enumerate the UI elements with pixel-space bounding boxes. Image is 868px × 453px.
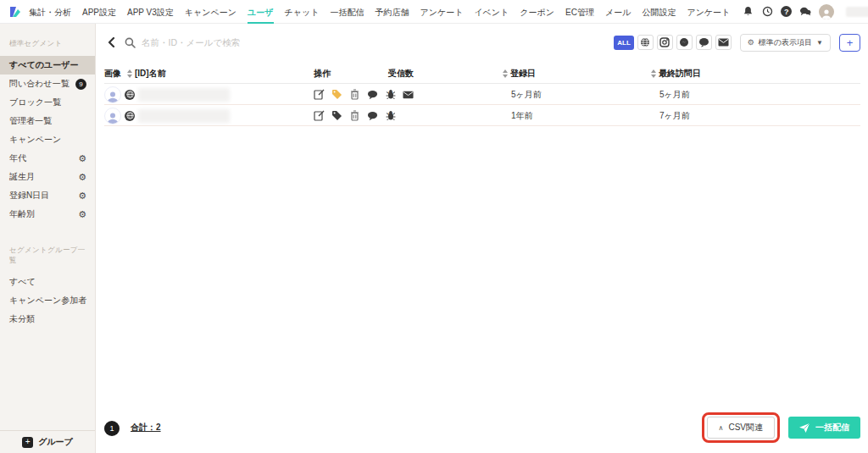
user-avatar[interactable]: [819, 4, 834, 19]
nav-publish-settings[interactable]: 公開設定: [642, 0, 676, 24]
sidebar-item-label: ブロック一覧: [9, 97, 61, 108]
gear-icon[interactable]: ⚙: [78, 153, 86, 164]
edit-icon[interactable]: [314, 89, 325, 100]
display-items-label: 標準の表示項目: [759, 37, 812, 48]
chat-icon[interactable]: [367, 89, 378, 100]
mail-icon[interactable]: [403, 89, 414, 100]
registered-date: 5ヶ月前: [511, 84, 542, 105]
sidebar-item-all-users[interactable]: すべてのユーザー: [0, 56, 95, 75]
main-content: ALL ⚙ 標準の表示項目 ▼ + 画像: [97, 24, 868, 453]
add-group-button[interactable]: + グループ: [0, 430, 95, 453]
sort-icon[interactable]: [503, 69, 508, 78]
top-bar: 集計・分析 APP設定 APP V3設定 キャンペーン ユーザ チャット 一括配…: [0, 0, 868, 24]
edit-icon[interactable]: [314, 110, 325, 121]
line-chat-icon: [698, 37, 709, 47]
nav-bulk-send[interactable]: 一括配信: [330, 0, 364, 24]
app-logo-icon[interactable]: [8, 5, 22, 19]
toolbar: ALL ⚙ 標準の表示項目 ▼ +: [104, 31, 860, 53]
trash-icon[interactable]: [349, 110, 360, 121]
gear-icon[interactable]: ⚙: [78, 172, 86, 183]
sidebar-item-group-uncategorized[interactable]: 未分類: [0, 310, 95, 329]
csv-button-label: CSV関連: [728, 422, 763, 434]
sidebar-item-registered-n-days[interactable]: 登録N日目 ⚙: [0, 186, 95, 205]
add-user-button[interactable]: +: [839, 34, 860, 52]
chat-bubbles-icon[interactable]: [799, 6, 811, 18]
footer-actions: ∧ CSV関連 一括配信: [707, 417, 860, 439]
sort-icon[interactable]: [651, 69, 656, 78]
sidebar-item-label: 登録N日目: [9, 190, 49, 202]
received-count: 0: [388, 105, 393, 126]
nav-app-settings[interactable]: APP設定: [82, 0, 116, 24]
sidebar-item-age-group[interactable]: 年代 ⚙: [0, 149, 95, 168]
sidebar-item-label: 問い合わせ一覧: [9, 78, 70, 90]
nav-mail[interactable]: メール: [605, 0, 631, 24]
top-navigation: 集計・分析 APP設定 APP V3設定 キャンペーン ユーザ チャット 一括配…: [29, 0, 730, 24]
csv-button-wrapper: ∧ CSV関連: [707, 417, 775, 439]
back-chevron-icon[interactable]: [104, 36, 118, 49]
sidebar-item-birth-month[interactable]: 誕生月 ⚙: [0, 168, 95, 186]
nav-analytics[interactable]: 集計・分析: [29, 0, 71, 24]
channel-web-icon: [125, 90, 135, 100]
nav-app-v3-settings[interactable]: APP V3設定: [127, 0, 174, 24]
filter-instagram-button[interactable]: [657, 35, 673, 50]
sidebar-item-label: キャンペーン: [9, 134, 61, 146]
chat-icon[interactable]: [367, 110, 378, 121]
last-visit-date: 7ヶ月前: [659, 105, 690, 126]
table-row[interactable]: 0 5ヶ月前 5ヶ月前: [104, 84, 860, 105]
pagination-page-1[interactable]: 1: [104, 421, 120, 436]
search-input[interactable]: [142, 37, 320, 47]
nav-survey-1[interactable]: アンケート: [420, 0, 463, 24]
sidebar-item-group-all[interactable]: すべて: [0, 273, 95, 291]
top-bar-icons: ?: [742, 4, 868, 19]
sidebar-item-label: すべてのユーザー: [9, 59, 78, 71]
search-box: [125, 37, 320, 48]
total-count-link[interactable]: 合計：2: [131, 422, 161, 434]
sidebar-item-label: 誕生月: [9, 171, 35, 183]
nav-reservation-stores[interactable]: 予約店舗: [375, 0, 409, 24]
avatar: [104, 86, 121, 103]
gear-icon: ⚙: [748, 38, 754, 47]
inquiry-count-badge: 9: [75, 79, 86, 90]
sidebar-item-by-age[interactable]: 年齢別 ⚙: [0, 205, 95, 224]
filter-line-button[interactable]: [696, 35, 712, 50]
col-image: 画像: [104, 68, 121, 80]
chevron-down-icon: ▼: [816, 39, 823, 47]
sidebar-item-label: キャンペーン参加者: [9, 295, 86, 307]
bulk-broadcast-button[interactable]: 一括配信: [788, 417, 860, 439]
toolbar-right: ALL ⚙ 標準の表示項目 ▼ +: [614, 34, 860, 52]
bell-icon[interactable]: [742, 6, 754, 18]
display-items-dropdown[interactable]: ⚙ 標準の表示項目 ▼: [740, 34, 831, 52]
help-icon[interactable]: ?: [781, 6, 792, 17]
sidebar-item-campaign[interactable]: キャンペーン: [0, 130, 95, 149]
sort-icon[interactable]: [127, 69, 132, 78]
nav-survey-2[interactable]: アンケート: [687, 0, 730, 24]
sidebar-item-inquiries[interactable]: 問い合わせ一覧 9: [0, 75, 95, 93]
tag-icon[interactable]: [331, 110, 342, 121]
col-registered: 登録日: [503, 68, 536, 80]
table-header: 画像 [ID]名前 操作 受信数 登録日 最終訪問日: [104, 64, 860, 84]
filter-messenger-button[interactable]: [676, 35, 693, 50]
filter-mail-button[interactable]: [715, 35, 732, 50]
nav-users[interactable]: ユーザ: [248, 0, 273, 24]
sidebar-section-standard-segments: 標準セグメント: [0, 24, 95, 56]
trash-icon[interactable]: [349, 89, 360, 100]
nav-ec-management[interactable]: EC管理: [565, 0, 594, 24]
gear-icon[interactable]: ⚙: [78, 191, 86, 202]
csv-related-button[interactable]: ∧ CSV関連: [707, 417, 775, 439]
tag-icon[interactable]: [331, 89, 342, 100]
last-visit-date: 5ヶ月前: [659, 84, 690, 105]
sidebar-item-group-campaign-participants[interactable]: キャンペーン参加者: [0, 291, 95, 310]
table-row[interactable]: 0 1年前 7ヶ月前: [104, 105, 860, 126]
sidebar-item-blocked[interactable]: ブロック一覧: [0, 93, 95, 112]
filter-all-button[interactable]: ALL: [614, 36, 634, 50]
nav-coupons[interactable]: クーポン: [520, 0, 554, 24]
filter-web-button[interactable]: [637, 35, 654, 50]
sidebar: 標準セグメント すべてのユーザー 問い合わせ一覧 9 ブロック一覧 管理者一覧 …: [0, 24, 96, 453]
nav-campaign[interactable]: キャンペーン: [185, 0, 236, 24]
sidebar-item-admins[interactable]: 管理者一覧: [0, 112, 95, 130]
nav-events[interactable]: イベント: [474, 0, 509, 24]
gear-icon[interactable]: ⚙: [78, 209, 86, 220]
clock-icon[interactable]: [761, 6, 773, 18]
mail-icon: [718, 38, 729, 47]
nav-chat[interactable]: チャット: [285, 0, 320, 24]
